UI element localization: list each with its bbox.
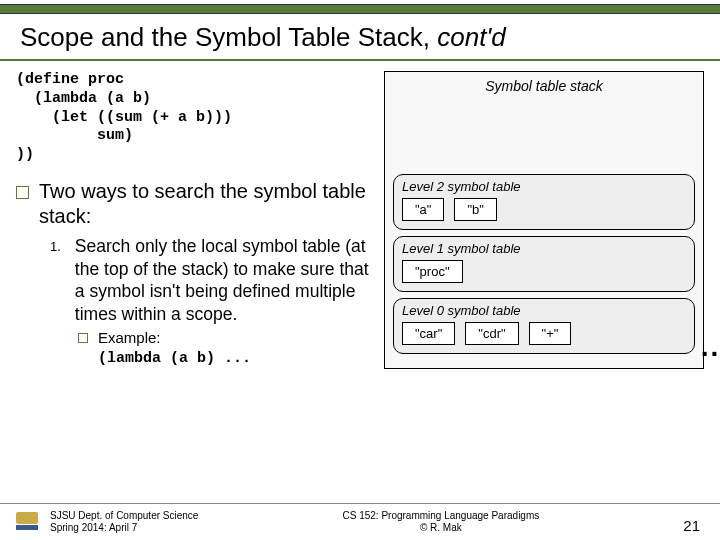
footer-center: CS 152: Programming Language Paradigms ©… [198, 510, 683, 534]
symbol-row: "a" "b" [402, 198, 686, 221]
symbol-row: "proc" [402, 260, 686, 283]
square-bullet-icon [78, 333, 88, 343]
level-1-box: Level 1 symbol table "proc" [393, 236, 695, 292]
main-bullet-row: Two ways to search the symbol table stac… [16, 179, 376, 229]
title-underline [0, 59, 720, 61]
example-label: Example: [98, 329, 161, 346]
symbol-cell: "car" [402, 322, 455, 345]
stack-title: Symbol table stack [393, 78, 695, 94]
dept-line: SJSU Dept. of Computer Science [50, 510, 198, 521]
left-column: (define proc (lambda (a b) (let ((sum (+… [16, 71, 384, 369]
square-bullet-icon [16, 186, 29, 199]
symbol-cell: "cdr" [465, 322, 518, 345]
sub-bullet-row: Example: (lambda (a b) ... [78, 328, 376, 369]
symbol-cell: "+" [529, 322, 572, 345]
level-label: Level 2 symbol table [402, 179, 686, 194]
content-area: (define proc (lambda (a b) (let ((sum (+… [0, 71, 720, 369]
title-contd: cont'd [437, 22, 506, 52]
symbol-row: "car" "cdr" "+" [402, 322, 686, 345]
footer-left: SJSU Dept. of Computer Science Spring 20… [50, 510, 198, 534]
example-line: Example: (lambda (a b) ... [98, 328, 251, 369]
level-2-box: Level 2 symbol table "a" "b" [393, 174, 695, 230]
page-number: 21 [683, 517, 704, 534]
top-accent-bar [0, 4, 720, 14]
level-label: Level 0 symbol table [402, 303, 686, 318]
level-label: Level 1 symbol table [402, 241, 686, 256]
footer: SJSU Dept. of Computer Science Spring 20… [0, 510, 720, 534]
date-line: Spring 2014: April 7 [50, 522, 137, 533]
sjsu-logo [16, 512, 42, 534]
copyright-line: © R. Mak [420, 522, 462, 533]
list-item: 1. Search only the local symbol table (a… [50, 235, 376, 326]
footer-rule [0, 503, 720, 504]
symbol-cell: "a" [402, 198, 444, 221]
slide-title: Scope and the Symbol Table Stack, cont'd [0, 14, 720, 57]
code-block: (define proc (lambda (a b) (let ((sum (+… [16, 71, 376, 165]
level-0-box: Level 0 symbol table "car" "cdr" "+" [393, 298, 695, 354]
symbol-cell: "proc" [402, 260, 463, 283]
course-line: CS 152: Programming Language Paradigms [342, 510, 539, 521]
list-number: 1. [50, 239, 61, 254]
title-main: Scope and the Symbol Table Stack, [20, 22, 437, 52]
symbol-cell: "b" [454, 198, 496, 221]
right-column: Symbol table stack Level 2 symbol table … [384, 71, 704, 369]
numbered-list: 1. Search only the local symbol table (a… [50, 235, 376, 369]
ellipsis-icon: ... [701, 331, 720, 363]
list-text: Search only the local symbol table (at t… [75, 235, 376, 326]
example-code: (lambda (a b) ... [98, 350, 251, 367]
main-bullet-text: Two ways to search the symbol table stac… [39, 179, 376, 229]
symbol-table-stack: Symbol table stack Level 2 symbol table … [384, 71, 704, 369]
